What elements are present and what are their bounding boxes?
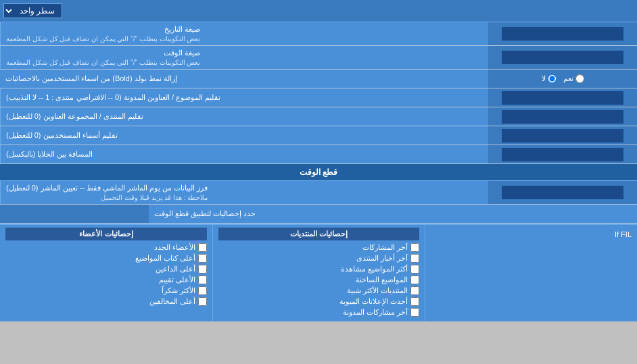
time-format-input-container[interactable]: H:i <box>488 46 637 69</box>
time-format-input[interactable]: H:i <box>502 51 623 64</box>
bold-radio-yes-label[interactable]: نعم <box>563 74 584 83</box>
member-stat-item-4[interactable]: الأكثر شكراً <box>5 286 207 295</box>
layout-select[interactable]: سطر واحد متعدد <box>3 3 62 18</box>
bottom-section: If FIL إحصائيات المنتديات آخر المشاركات … <box>0 224 637 321</box>
forum-stat-checkbox-3[interactable] <box>410 276 419 284</box>
date-format-row: d-m صيغة التاريخ بعض التكوينات يتطلب "/"… <box>0 22 637 46</box>
time-format-row: H:i صيغة الوقت بعض التكوينات يتطلب "/" ا… <box>0 46 637 70</box>
user-limit-label: تقليم أسماء المستخدمين (0 للتعطيل) <box>0 126 488 145</box>
forum-stat-item-4[interactable]: المنتديات الأكثر شبية <box>218 286 419 295</box>
member-stat-checkbox-3[interactable] <box>198 276 207 284</box>
cutoff-section-header: قطع الوقت <box>0 164 637 181</box>
spacing-label: المسافة بين الخلايا (بالبكسل) <box>0 145 488 163</box>
member-stat-checkbox-1[interactable] <box>198 254 207 263</box>
forum-limit-input-container[interactable]: 33 <box>488 107 637 126</box>
date-format-input[interactable]: d-m <box>502 27 623 41</box>
cutoff-input[interactable]: 0 <box>502 186 623 199</box>
topic-limit-row: 33 تقليم الموضوع / العناوين المدونة (0 -… <box>0 88 637 107</box>
layout-select-container[interactable]: سطر واحد متعدد <box>3 3 68 18</box>
forum-stat-checkbox-1[interactable] <box>410 254 419 263</box>
spacing-input[interactable]: 2 <box>502 148 623 161</box>
spacing-input-container[interactable]: 2 <box>488 145 637 163</box>
time-format-label: صيغة الوقت بعض التكوينات يتطلب "/" التي … <box>0 46 488 69</box>
col3-label: If FIL <box>431 228 632 238</box>
cutoff-input-container[interactable]: 0 <box>488 181 637 204</box>
bottom-grid: If FIL إحصائيات المنتديات آخر المشاركات … <box>0 225 637 321</box>
forum-stat-checkbox-0[interactable] <box>410 243 419 252</box>
member-stat-item-2[interactable]: أعلى الداعين <box>5 265 207 274</box>
forum-stat-item-3[interactable]: المواضيع الساخنة <box>218 276 419 284</box>
forum-stat-checkbox-6[interactable] <box>410 308 419 317</box>
bold-row: نعم لا إزالة نمط بولد (Bold) من اسماء ال… <box>0 70 637 88</box>
cutoff-row-label: فرز البيانات من يوم الماشر الماشي فقط --… <box>0 181 488 204</box>
forum-stat-checkbox-2[interactable] <box>410 265 419 274</box>
bottom-col-3: If FIL <box>425 225 637 321</box>
forum-stat-item-0[interactable]: آخر المشاركات <box>218 243 419 252</box>
forum-stat-checkbox-4[interactable] <box>410 286 419 295</box>
forum-limit-row: 33 تقليم المنتدى / المجموعة العناوين (0 … <box>0 107 637 126</box>
cutoff-row: 0 فرز البيانات من يوم الماشر الماشي فقط … <box>0 181 637 205</box>
member-stat-checkbox-5[interactable] <box>198 297 207 306</box>
user-limit-input-container[interactable]: 0 <box>488 126 637 145</box>
bold-radio-no[interactable] <box>548 74 557 83</box>
limit-label: حدد إحصاليات لتطبيق قطع الوقت <box>149 205 637 223</box>
forum-stat-item-5[interactable]: أحدث الإعلانات المبوبة <box>218 297 419 306</box>
bold-radio-container[interactable]: نعم لا <box>488 70 637 88</box>
date-format-input-container[interactable]: d-m <box>488 22 637 45</box>
bold-radio-yes[interactable] <box>575 74 584 83</box>
bold-radio-no-label[interactable]: لا <box>542 74 557 83</box>
forum-stat-item-1[interactable]: آخر أخبار المنتدى <box>218 254 419 263</box>
member-stat-item-1[interactable]: أعلى كتاب المواضيع <box>5 254 207 263</box>
topic-limit-label: تقليم الموضوع / العناوين المدونة (0 -- ا… <box>0 88 488 107</box>
date-format-label: صيغة التاريخ بعض التكوينات يتطلب "/" الت… <box>0 22 488 45</box>
header-row: سطر واحد متعدد <box>0 0 637 22</box>
member-stat-item-0[interactable]: الأعضاء الجدد <box>5 243 207 252</box>
topic-limit-input[interactable]: 33 <box>502 91 623 105</box>
topic-limit-input-container[interactable]: 33 <box>488 88 637 107</box>
member-stat-checkbox-2[interactable] <box>198 265 207 274</box>
forum-limit-label: تقليم المنتدى / المجموعة العناوين (0 للت… <box>0 107 488 126</box>
forum-stat-checkbox-5[interactable] <box>410 297 419 306</box>
forum-stat-item-2[interactable]: أكثر المواضيع مشاهدة <box>218 265 419 274</box>
bottom-col-1: إحصائيات الأعضاء الأعضاء الجدد أعلى كتاب… <box>0 225 212 321</box>
user-limit-row: 0 تقليم أسماء المستخدمين (0 للتعطيل) <box>0 126 637 145</box>
member-stat-checkbox-0[interactable] <box>198 243 207 252</box>
col2-header: إحصائيات المنتديات <box>218 228 419 240</box>
member-stat-item-5[interactable]: أعلى المخالفين <box>5 297 207 306</box>
forum-stat-item-6[interactable]: آخر مشاركات المدونة <box>218 308 419 317</box>
forum-limit-input[interactable]: 33 <box>502 110 623 124</box>
col1-header: إحصائيات الأعضاء <box>5 228 207 240</box>
member-stat-checkbox-4[interactable] <box>198 286 207 295</box>
spacing-row: 2 المسافة بين الخلايا (بالبكسل) <box>0 145 637 164</box>
bottom-col-2: إحصائيات المنتديات آخر المشاركات آخر أخب… <box>212 225 425 321</box>
member-stat-item-3[interactable]: الأعلى تقييم <box>5 276 207 284</box>
bold-row-label: إزالة نمط بولد (Bold) من اسماء المستخدمي… <box>0 70 488 88</box>
user-limit-input[interactable]: 0 <box>502 129 623 142</box>
limit-divider <box>0 205 149 223</box>
limit-row: حدد إحصاليات لتطبيق قطع الوقت <box>0 205 637 224</box>
